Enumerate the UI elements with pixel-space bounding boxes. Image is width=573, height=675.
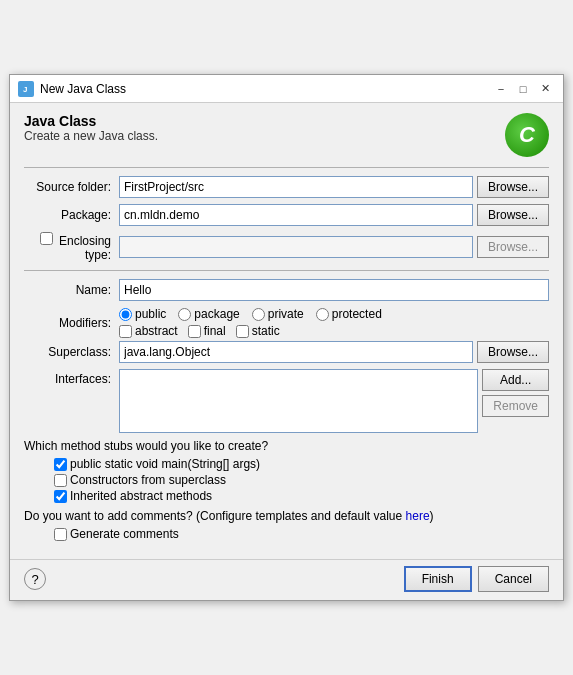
- footer-left: ?: [24, 568, 398, 590]
- header-left: Java Class Create a new Java class.: [24, 113, 158, 143]
- dialog-footer: ? Finish Cancel: [10, 559, 563, 600]
- enclosing-type-control: Browse...: [119, 236, 549, 258]
- new-java-class-dialog: J New Java Class − □ ✕ Java Class Create…: [9, 74, 564, 601]
- title-bar: J New Java Class − □ ✕: [10, 75, 563, 103]
- superclass-label: Superclass:: [24, 345, 119, 359]
- modifier-private[interactable]: private: [252, 307, 304, 321]
- help-button[interactable]: ?: [24, 568, 46, 590]
- enclosing-type-browse-button[interactable]: Browse...: [477, 236, 549, 258]
- source-folder-input[interactable]: [119, 176, 473, 198]
- name-row: Name:: [24, 279, 549, 301]
- modifier-final[interactable]: final: [188, 324, 226, 338]
- superclass-control: Browse...: [119, 341, 549, 363]
- header-section: Java Class Create a new Java class. C: [24, 113, 549, 157]
- name-control: [119, 279, 549, 301]
- enclosing-type-input[interactable]: [119, 236, 473, 258]
- comments-configure-link[interactable]: here: [406, 509, 430, 523]
- window-controls: − □ ✕: [491, 79, 555, 99]
- interfaces-label: Interfaces:: [24, 369, 119, 386]
- page-subtitle: Create a new Java class.: [24, 129, 158, 143]
- comments-items: Generate comments: [24, 527, 549, 541]
- name-input[interactable]: [119, 279, 549, 301]
- package-input[interactable]: [119, 204, 473, 226]
- header-separator: [24, 167, 549, 168]
- close-button[interactable]: ✕: [535, 79, 555, 99]
- package-label: Package:: [24, 208, 119, 222]
- interfaces-list[interactable]: [119, 369, 478, 433]
- modifiers-control: public package private protected abstrac…: [119, 307, 382, 338]
- interfaces-remove-button[interactable]: Remove: [482, 395, 549, 417]
- minimize-button[interactable]: −: [491, 79, 511, 99]
- modifiers-radio-group: public package private protected: [119, 307, 382, 321]
- superclass-input[interactable]: [119, 341, 473, 363]
- package-row: Package: Browse...: [24, 204, 549, 226]
- comments-section: Do you want to add comments? (Configure …: [24, 509, 549, 541]
- cancel-button[interactable]: Cancel: [478, 566, 549, 592]
- stub-main[interactable]: public static void main(String[] args): [54, 457, 549, 471]
- dialog-body: Java Class Create a new Java class. C So…: [10, 103, 563, 559]
- source-folder-control: Browse...: [119, 176, 549, 198]
- superclass-row: Superclass: Browse...: [24, 341, 549, 363]
- source-folder-row: Source folder: Browse...: [24, 176, 549, 198]
- finish-button[interactable]: Finish: [404, 566, 472, 592]
- svg-text:J: J: [23, 85, 27, 94]
- maximize-button[interactable]: □: [513, 79, 533, 99]
- interfaces-row: Interfaces: Add... Remove: [24, 369, 549, 433]
- package-control: Browse...: [119, 204, 549, 226]
- modifiers-row: Modifiers: public package private protec…: [24, 307, 549, 338]
- source-folder-browse-button[interactable]: Browse...: [477, 176, 549, 198]
- source-folder-label: Source folder:: [24, 180, 119, 194]
- stubs-items: public static void main(String[] args) C…: [24, 457, 549, 503]
- modifier-protected[interactable]: protected: [316, 307, 382, 321]
- modifier-package[interactable]: package: [178, 307, 239, 321]
- name-label: Name:: [24, 283, 119, 297]
- generate-comments-checkbox[interactable]: Generate comments: [54, 527, 549, 541]
- interfaces-buttons: Add... Remove: [482, 369, 549, 417]
- modifier-abstract[interactable]: abstract: [119, 324, 178, 338]
- enclosing-type-label: Enclosing type:: [24, 232, 119, 262]
- stub-inherited[interactable]: Inherited abstract methods: [54, 489, 549, 503]
- comments-title: Do you want to add comments? (Configure …: [24, 509, 549, 523]
- interfaces-add-button[interactable]: Add...: [482, 369, 549, 391]
- dialog-icon: J: [18, 81, 34, 97]
- stubs-section: Which method stubs would you like to cre…: [24, 439, 549, 503]
- modifiers-label: Modifiers:: [24, 316, 119, 330]
- stubs-title: Which method stubs would you like to cre…: [24, 439, 549, 453]
- eclipse-logo: C: [505, 113, 549, 157]
- modifier-public[interactable]: public: [119, 307, 166, 321]
- enclosing-type-checkbox[interactable]: [40, 232, 53, 245]
- modifiers-checkbox-group: abstract final static: [119, 324, 382, 338]
- modifier-static[interactable]: static: [236, 324, 280, 338]
- enclosing-type-row: Enclosing type: Browse...: [24, 232, 549, 262]
- stub-constructors[interactable]: Constructors from superclass: [54, 473, 549, 487]
- superclass-browse-button[interactable]: Browse...: [477, 341, 549, 363]
- middle-separator: [24, 270, 549, 271]
- package-browse-button[interactable]: Browse...: [477, 204, 549, 226]
- dialog-title: New Java Class: [40, 82, 485, 96]
- page-title: Java Class: [24, 113, 158, 129]
